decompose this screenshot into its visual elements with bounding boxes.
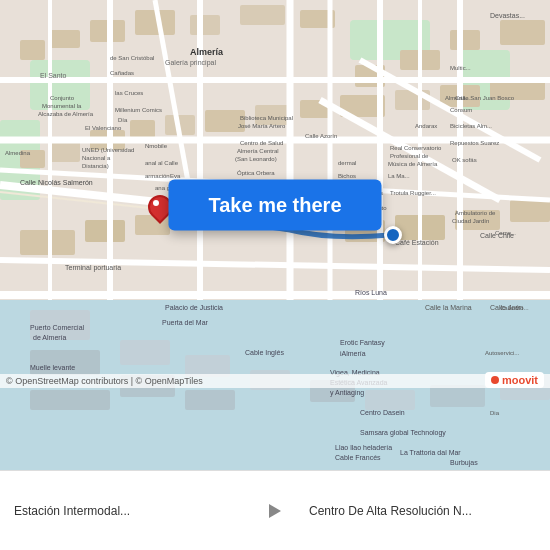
svg-text:Consum: Consum [450,107,472,113]
svg-rect-49 [430,385,485,407]
svg-text:Café Estación: Café Estación [395,239,439,246]
svg-text:(San Leonardo): (San Leonardo) [235,156,277,162]
svg-text:iAlmería: iAlmería [340,350,366,357]
svg-text:Andarax: Andarax [415,123,437,129]
take-me-there-button[interactable]: Take me there [168,180,381,231]
map-container: El Santo Almería Almedina Calle Nicolás … [0,0,550,470]
svg-text:Samsara global Technology: Samsara global Technology [360,429,446,437]
svg-text:Centro de Salud: Centro de Salud [240,140,283,146]
svg-text:Ambulatorio de: Ambulatorio de [455,210,496,216]
svg-text:Galería principal: Galería principal [165,59,216,67]
direction-arrow [255,504,295,518]
svg-rect-11 [240,5,285,25]
svg-rect-41 [30,390,110,410]
svg-text:Calle Azorín: Calle Azorín [305,133,337,139]
svg-text:El Valenciano: El Valenciano [85,125,122,131]
svg-text:Distancia): Distancia) [82,163,109,169]
svg-text:Nacional a: Nacional a [82,155,111,161]
svg-text:Repuestos Suarez: Repuestos Suarez [450,140,499,146]
svg-rect-48 [365,390,415,410]
svg-text:Terminal portuaria: Terminal portuaria [65,264,121,272]
destination-pin [384,226,402,244]
svg-rect-29 [20,230,75,255]
svg-text:OK sofás: OK sofás [452,157,477,163]
map-attribution: © OpenStreetMap contributors | © OpenMap… [0,374,550,388]
svg-text:Erotic Fantasy: Erotic Fantasy [340,339,385,347]
svg-rect-16 [500,20,545,45]
svg-text:de San Cristóbal: de San Cristóbal [110,55,154,61]
svg-text:Dia: Dia [490,410,500,416]
svg-text:Óptica Orbera: Óptica Orbera [237,170,275,176]
svg-text:Centro Dasein: Centro Dasein [360,409,405,416]
origin-name: Estación Intermodal... [14,504,241,518]
svg-rect-10 [190,15,220,35]
bottom-bar: Estación Intermodal... Centro De Alta Re… [0,470,550,550]
svg-text:Profesional de: Profesional de [390,153,429,159]
svg-text:Ríos Luna: Ríos Luna [355,289,387,296]
svg-rect-7 [50,30,80,48]
svg-text:Día: Día [118,117,128,123]
moovit-logo: moovit [485,372,544,388]
svg-text:Eva: Eva [170,173,181,179]
arrow-right-icon [269,504,281,518]
destination-info: Centro De Alta Resolución N... [295,494,550,528]
svg-text:Monumental la: Monumental la [42,103,82,109]
svg-text:armación: armación [145,173,170,179]
svg-text:Bicicletas Alm...: Bicicletas Alm... [450,123,492,129]
svg-text:José María Artero: José María Artero [238,123,286,129]
svg-rect-20 [130,120,155,138]
svg-text:de Almería: de Almería [33,334,67,341]
svg-text:Puerta del Mar: Puerta del Mar [162,319,209,326]
svg-text:Puerto Comercial: Puerto Comercial [30,324,85,331]
svg-rect-45 [185,390,235,410]
svg-text:La Ma...: La Ma... [388,173,410,179]
svg-text:Cañadas: Cañadas [110,70,134,76]
svg-rect-15 [450,30,480,50]
moovit-text: moovit [502,374,538,386]
svg-text:Autoservici...: Autoservici... [485,350,520,356]
svg-text:Conjunto: Conjunto [50,95,75,101]
svg-text:Bichos: Bichos [338,173,356,179]
origin-info: Estación Intermodal... [0,494,255,528]
svg-text:Cable Inglés: Cable Inglés [245,349,284,357]
svg-rect-6 [20,40,45,60]
svg-text:Muelle levante: Muelle levante [30,364,75,371]
svg-text:Devastas...: Devastas... [490,12,525,19]
svg-text:y Antiaging: y Antiaging [330,389,364,397]
svg-text:las Cruces: las Cruces [115,90,143,96]
svg-rect-30 [85,220,125,242]
svg-text:Alcazaba de Almería: Alcazaba de Almería [38,111,94,117]
svg-rect-40 [30,350,100,375]
moovit-dot [491,376,499,384]
svg-text:Almería Central: Almería Central [237,148,279,154]
map-svg: El Santo Almería Almedina Calle Nicolás … [0,0,550,470]
svg-text:anal al Calle: anal al Calle [145,160,179,166]
svg-text:UNED (Universidad: UNED (Universidad [82,147,134,153]
svg-text:Palacio de Justicia: Palacio de Justicia [165,304,223,311]
svg-text:Almería: Almería [190,47,224,57]
svg-rect-38 [510,200,550,222]
svg-text:Biblioteca Municipal: Biblioteca Municipal [240,115,293,121]
destination-name: Centro De Alta Resolución N... [309,504,536,518]
svg-text:Calle la Marina: Calle la Marina [425,304,472,311]
svg-text:dermal: dermal [338,160,356,166]
svg-text:Cable Francés: Cable Francés [335,454,381,461]
svg-text:Nmobile: Nmobile [145,143,168,149]
svg-text:El Santo: El Santo [40,72,67,79]
svg-text:Millenium Comics: Millenium Comics [115,107,162,113]
svg-text:Calle Mo...: Calle Mo... [500,305,529,311]
svg-text:Ciudad Jardín: Ciudad Jardín [452,218,489,224]
svg-text:Calle Nicolás Salmerón: Calle Nicolás Salmerón [20,179,93,186]
svg-text:La Trattoria dal Mar: La Trattoria dal Mar [400,449,461,456]
svg-text:Trotula Ruggier...: Trotula Ruggier... [390,190,436,196]
svg-text:Multic...: Multic... [450,65,471,71]
svg-text:Real Conservatorio: Real Conservatorio [390,145,442,151]
svg-text:Música de Almería: Música de Almería [388,161,438,167]
svg-text:Llao llao heladería: Llao llao heladería [335,444,392,451]
origin-pin [148,195,168,221]
svg-text:Calle San Juan Bosco: Calle San Juan Bosco [455,95,515,101]
svg-text:Almedina: Almedina [5,150,31,156]
svg-text:Come...: Come... [495,230,516,236]
svg-text:Burbujas: Burbujas [450,459,478,467]
svg-rect-42 [120,340,170,365]
